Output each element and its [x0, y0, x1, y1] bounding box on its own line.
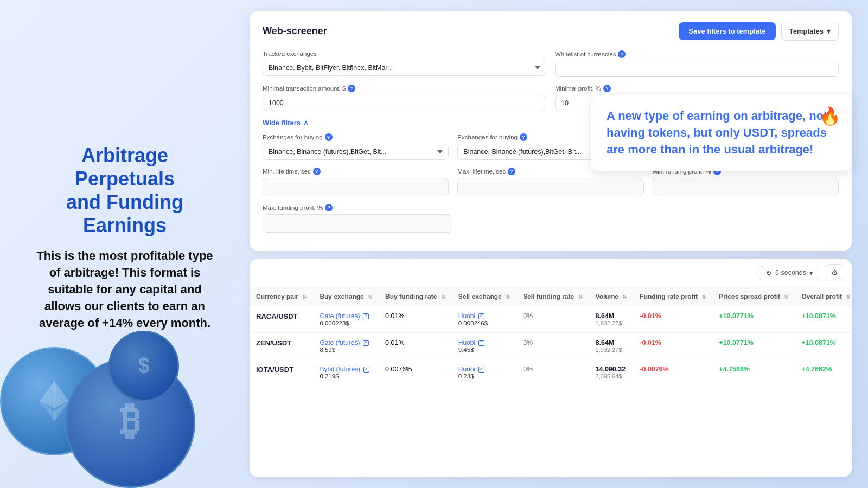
external-link-icon-1 — [363, 340, 369, 346]
funding-profit-value-0: -0.01% — [640, 312, 661, 320]
table-toolbar: ↻ 5 seconds ▾ ⚙ — [250, 259, 852, 287]
cell-spread-profit-1: +10.0771% — [712, 333, 795, 359]
max-lifetime-help-icon[interactable]: ? — [508, 168, 515, 175]
min-transaction-input[interactable] — [263, 95, 546, 111]
sell-exchanges-help-icon[interactable]: ? — [520, 133, 527, 141]
sell-rate-value-0: 0% — [523, 312, 533, 320]
min-transaction-help-icon[interactable]: ? — [348, 85, 355, 92]
max-funding-profit-group: Max. funding profit, % ? — [263, 204, 452, 233]
cell-sell-exchange-0: Huobi 0.000246$ — [452, 306, 516, 333]
cell-spread-profit-2: +4.7586% — [712, 359, 795, 386]
min-transaction-label: Minimal transaction amount, $ ? — [263, 85, 546, 92]
whitelist-group: Whitelist of currencies ? — [555, 50, 839, 77]
cell-volume-2: 14,090.32 3,095.64$ — [589, 359, 634, 386]
cell-buy-rate-2: 0.0076% — [379, 359, 452, 386]
table-header: Currency pair ⇅ Buy exchange ⇅ Buy fundi… — [250, 287, 852, 306]
max-lifetime-group: Max. lifetime, sec ? — [457, 168, 643, 196]
sell-exchange-link-2[interactable]: Huobi — [458, 365, 510, 373]
min-transaction-group: Minimal transaction amount, $ ? — [263, 85, 546, 111]
spread-profit-value-1: +10.0771% — [719, 339, 754, 346]
tooltip-card: 🔥 A new type of earning on arbitrage, no… — [591, 95, 852, 171]
cell-spread-profit-0: +10.0771% — [712, 306, 795, 333]
right-panel: Web-screener Save filters to template Te… — [239, 0, 868, 488]
sort-sell-rate-icon: ⇅ — [578, 294, 583, 300]
sort-buy-rate-icon: ⇅ — [441, 294, 445, 300]
whitelist-input[interactable] — [555, 61, 839, 77]
col-overall-profit[interactable]: Overall profit ⇅ — [795, 287, 852, 306]
sell-exchange-link-0[interactable]: Huobi — [458, 312, 510, 320]
buy-exchanges-group: Exchanges for buying ? Binance, Binance … — [263, 133, 449, 160]
sell-exchange-link-1[interactable]: Huobi — [458, 339, 510, 346]
tracked-exchanges-label: Tracked exchanges — [263, 50, 546, 57]
cell-buy-rate-1: 0.01% — [379, 333, 452, 359]
filter-row-5: Max. funding profit, % ? — [263, 204, 839, 233]
fire-icon: 🔥 — [819, 106, 841, 126]
pair-label-1: ZEN/USDT — [256, 339, 291, 347]
min-profit-help-icon[interactable]: ? — [603, 85, 611, 92]
col-buy-rate[interactable]: Buy funding rate ⇅ — [379, 287, 452, 306]
svg-text:₿: ₿ — [120, 399, 140, 442]
funding-profit-value-1: -0.01% — [640, 339, 661, 346]
buy-rate-value-2: 0.0076% — [385, 365, 412, 373]
cell-funding-profit-0: -0.01% — [633, 306, 712, 333]
buy-price-1: 8.59$ — [320, 346, 372, 353]
refresh-label: 5 seconds — [775, 269, 806, 277]
tracked-exchanges-select[interactable]: Binance, Bybit, BitFlyer, Bitfinex, BitM… — [263, 60, 546, 76]
cell-sell-rate-0: 0% — [516, 306, 589, 333]
col-volume[interactable]: Volume ⇅ — [589, 287, 634, 306]
buy-exchanges-label: Exchanges for buying ? — [263, 133, 449, 141]
cell-sell-rate-2: 0% — [516, 359, 589, 386]
min-profit-label: Minimal profit, % ? — [555, 85, 839, 92]
cell-buy-exchange-1: Gate (futures) 8.59$ — [313, 333, 379, 359]
save-filters-button[interactable]: Save filters to template — [679, 22, 775, 40]
cell-sell-exchange-2: Huobi 0.23$ — [452, 359, 516, 386]
cell-buy-rate-0: 0.01% — [379, 306, 452, 333]
buy-price-2: 0.219$ — [320, 373, 372, 380]
min-lifetime-group: Min. life time, sec ? — [263, 168, 449, 196]
buy-exchange-link-2[interactable]: Bybit (futures) — [320, 365, 372, 373]
table-settings-button[interactable]: ⚙ — [826, 264, 843, 281]
col-funding-profit[interactable]: Funding rate profit ⇅ — [633, 287, 712, 306]
volume-main-1: 8.64M — [596, 339, 627, 346]
volume-main-2: 14,090.32 — [596, 365, 627, 373]
table-body: RACA/USDT Gate (futures) 0.000223$ 0.01%… — [250, 306, 852, 386]
col-sell-exchange[interactable]: Sell exchange ⇅ — [452, 287, 516, 306]
cell-buy-exchange-2: Bybit (futures) 0.219$ — [313, 359, 379, 386]
cell-pair-0: RACA/USDT — [250, 306, 313, 333]
buy-exchange-link-0[interactable]: Gate (futures) — [320, 312, 372, 320]
whitelist-help-icon[interactable]: ? — [618, 50, 626, 58]
max-funding-profit-input[interactable] — [263, 214, 452, 233]
min-funding-profit-group: Min. funding profit, % ? — [653, 168, 839, 196]
max-funding-profit-label: Max. funding profit, % ? — [263, 204, 452, 211]
col-pair[interactable]: Currency pair ⇅ — [250, 287, 313, 306]
external-link-icon-0 — [363, 313, 369, 319]
subtext: This is the most profitable type of arbi… — [33, 248, 217, 331]
refresh-button[interactable]: ↻ 5 seconds ▾ — [759, 266, 820, 280]
table-row: RACA/USDT Gate (futures) 0.000223$ 0.01%… — [250, 306, 852, 333]
col-buy-exchange[interactable]: Buy exchange ⇅ — [313, 287, 379, 306]
buy-exchange-link-1[interactable]: Gate (futures) — [320, 339, 372, 346]
pair-label-2: IOTA/USDT — [256, 365, 293, 374]
min-lifetime-help-icon[interactable]: ? — [313, 168, 321, 175]
templates-button[interactable]: Templates ▾ — [781, 22, 839, 41]
buy-exchanges-select[interactable]: Binance, Binance (futures),BitGet, Bit..… — [263, 144, 449, 160]
overall-profit-value-0: +10.0871% — [801, 312, 836, 320]
sort-funding-profit-icon: ⇅ — [701, 294, 706, 300]
cell-funding-profit-2: -0.0076% — [633, 359, 712, 386]
max-lifetime-input[interactable] — [457, 178, 643, 196]
chevron-down-icon: ▾ — [827, 27, 831, 35]
chevron-up-icon: ∧ — [303, 119, 309, 127]
results-table: Currency pair ⇅ Buy exchange ⇅ Buy fundi… — [250, 287, 852, 386]
min-lifetime-input[interactable] — [263, 178, 449, 196]
volume-sub-0: 1,932,27$ — [596, 320, 627, 326]
col-sell-rate[interactable]: Sell funding rate ⇅ — [516, 287, 589, 306]
min-funding-profit-input[interactable] — [653, 178, 839, 196]
chevron-down-icon-refresh: ▾ — [809, 269, 813, 277]
buy-exchanges-help-icon[interactable]: ? — [325, 133, 333, 141]
spread-profit-value-2: +4.7586% — [719, 365, 750, 373]
table-container[interactable]: Currency pair ⇅ Buy exchange ⇅ Buy fundi… — [250, 287, 852, 477]
sell-external-link-icon-2 — [478, 367, 484, 373]
filter-row-1: Tracked exchanges Binance, Bybit, BitFly… — [263, 50, 839, 77]
col-spread-profit[interactable]: Prices spread profit ⇅ — [712, 287, 795, 306]
max-funding-profit-help-icon[interactable]: ? — [325, 204, 333, 211]
